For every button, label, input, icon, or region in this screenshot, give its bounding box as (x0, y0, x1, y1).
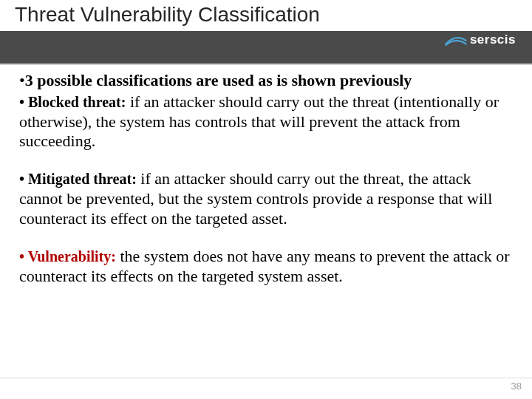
slide-content: •3 possible classifications are used as … (19, 71, 510, 286)
intro-marker: • (19, 71, 25, 89)
bullet-label: • Mitigated threat: (19, 171, 137, 187)
footer-divider (0, 378, 532, 378)
page-number: 38 (511, 381, 522, 392)
brand-logo-text: serscis (470, 33, 516, 47)
intro-line: •3 possible classifications are used as … (19, 71, 510, 91)
bullet-vulnerability: • Vulnerability: the system does not hav… (19, 247, 510, 287)
bullet-label: • Blocked threat: (19, 94, 126, 110)
spacer (19, 151, 510, 169)
bullet-label: • Vulnerability: (19, 248, 116, 265)
header-divider (0, 64, 532, 65)
title-area: Threat Vulnerability Classification (0, 0, 532, 31)
bullet-mitigated: • Mitigated threat: if an attacker shoul… (19, 169, 510, 228)
slide: Threat Vulnerability Classification sers… (0, 0, 532, 399)
spacer (19, 229, 510, 247)
intro-text: 3 possible classifications are used as i… (25, 71, 412, 89)
bullet-blocked: • Blocked threat: if an attacker should … (19, 92, 510, 151)
slide-title: Threat Vulnerability Classification (0, 0, 532, 27)
brand-logo: serscis (445, 33, 516, 47)
serscis-swoosh-icon (445, 33, 467, 47)
